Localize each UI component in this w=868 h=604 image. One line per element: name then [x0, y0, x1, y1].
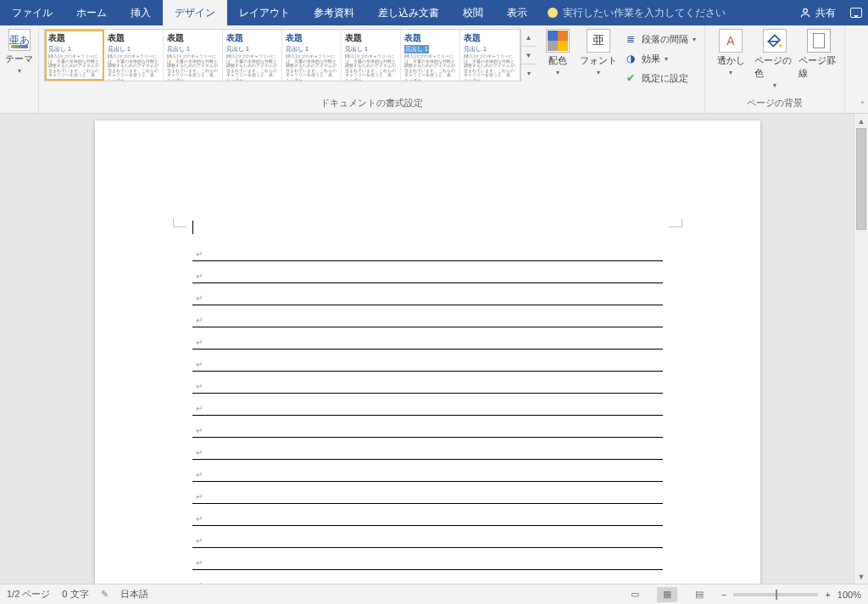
- tab-layout[interactable]: レイアウト: [227, 0, 302, 25]
- ribbon: 亜あ テーマ ▾ 表題 見出し 1 [挿入]タブのギャラリーには、文書の全体的な…: [0, 25, 868, 114]
- underline-row[interactable]: ↵: [192, 416, 663, 438]
- document-workspace: ↵↵↵↵↵↵↵↵↵↵↵↵↵↵↵↵ ▲ ▼: [0, 114, 868, 584]
- underline-row[interactable]: ↵: [192, 239, 663, 261]
- status-language[interactable]: 日本語: [120, 588, 148, 601]
- tab-file[interactable]: ファイル: [0, 0, 64, 25]
- paragraph-mark-icon: ↵: [196, 271, 203, 281]
- spacing-icon: ≣: [624, 32, 637, 46]
- tab-view[interactable]: 表示: [495, 0, 539, 25]
- tell-me-placeholder: 実行したい作業を入力してください: [563, 6, 726, 20]
- paragraph-mark-icon: ↵: [196, 580, 203, 584]
- group-label-document-formatting: ドキュメントの書式設定: [39, 95, 704, 113]
- underline-row[interactable]: ↵: [192, 350, 663, 372]
- underline-row[interactable]: ↵: [192, 394, 663, 416]
- scroll-track[interactable]: [854, 128, 868, 569]
- style-set-thumb[interactable]: 表題 見出し 1 [挿入]タブのギャラリーには、文書の全体的な外観と調整するため…: [164, 30, 223, 81]
- lightbulb-icon: [548, 8, 558, 18]
- style-set-thumb[interactable]: 表題 見出し 1 [挿入]タブのギャラリーには、文書の全体的な外観と調整するため…: [342, 30, 401, 81]
- tab-references[interactable]: 参考資料: [302, 0, 366, 25]
- underline-row[interactable]: ↵: [192, 327, 663, 350]
- zoom-slider[interactable]: [733, 593, 818, 596]
- colors-button[interactable]: 配色 ▾: [539, 29, 576, 76]
- underline-row[interactable]: ↵: [192, 372, 663, 394]
- group-label-page-background: ページの背景: [705, 95, 844, 113]
- style-set-thumb[interactable]: 表題 見出し 1 [挿入]タブのギャラリーには、文書の全体的な外観と調整するため…: [223, 30, 282, 81]
- tab-review[interactable]: 校閲: [451, 0, 495, 25]
- underline-row[interactable]: ↵: [192, 261, 663, 283]
- chevron-down-icon: ▾: [693, 36, 696, 43]
- comments-button[interactable]: [844, 0, 868, 25]
- paragraph-spacing-button[interactable]: ≣ 段落の間隔 ▾: [620, 31, 699, 48]
- formatting-options: ≣ 段落の間隔 ▾ ◑ 効果 ▾ ✔ 既定に設定: [620, 29, 699, 87]
- status-page[interactable]: 1/2 ページ: [7, 588, 50, 601]
- underline-row[interactable]: ↵: [192, 482, 663, 504]
- view-read-mode[interactable]: ▭: [625, 587, 645, 602]
- scroll-down-button[interactable]: ▼: [854, 569, 868, 584]
- ribbon-tabs: ファイル ホーム 挿入 デザイン レイアウト 参考資料 差し込み文書 校閲 表示…: [0, 0, 868, 25]
- paragraph-mark-icon: ↵: [196, 294, 203, 303]
- tab-mailings[interactable]: 差し込み文書: [366, 0, 451, 25]
- fonts-button[interactable]: 亜 フォント ▾: [580, 29, 617, 76]
- tab-home[interactable]: ホーム: [64, 0, 119, 25]
- view-web-layout[interactable]: ▤: [689, 587, 709, 602]
- underline-row[interactable]: ↵: [192, 305, 663, 327]
- underline-row[interactable]: ↵: [192, 438, 663, 460]
- chevron-down-icon: ▾: [597, 69, 600, 76]
- svg-point-0: [804, 8, 808, 13]
- underline-row[interactable]: ↵: [192, 526, 663, 548]
- tab-insert[interactable]: 挿入: [119, 0, 163, 25]
- fonts-icon: 亜: [587, 29, 610, 53]
- gallery-up-button[interactable]: ▲: [521, 29, 536, 47]
- zoom-out-button[interactable]: −: [721, 590, 726, 600]
- style-set-thumb[interactable]: 表題 見出し 1 [挿入]タブのギャラリーには、文書の全体的な外観と調整するため…: [282, 30, 342, 81]
- style-set-thumb[interactable]: 表題 見出し 1 [挿入]タブのギャラリーには、文書の全体的な外観と調整するため…: [104, 30, 164, 81]
- underline-row[interactable]: ↵: [192, 504, 663, 526]
- share-label: 共有: [815, 6, 836, 20]
- tab-design[interactable]: デザイン: [163, 0, 227, 25]
- themes-button[interactable]: 亜あ テーマ ▾: [5, 29, 33, 75]
- share-button[interactable]: 共有: [791, 0, 844, 25]
- watermark-button[interactable]: A 透かし ▾: [710, 29, 751, 76]
- zoom-level[interactable]: 100%: [837, 590, 861, 600]
- paragraph-mark-icon: ↵: [196, 536, 203, 545]
- paragraph-mark-icon: ↵: [196, 514, 203, 523]
- gallery-down-button[interactable]: ▼: [521, 47, 536, 64]
- page-color-label: ページの色: [754, 54, 795, 80]
- effects-button[interactable]: ◑ 効果 ▾: [620, 50, 699, 67]
- view-print-layout[interactable]: ▦: [657, 587, 677, 602]
- gallery-more-button[interactable]: ▾: [521, 64, 536, 81]
- check-icon: ✔: [624, 71, 637, 85]
- underline-row[interactable]: ↵: [192, 460, 663, 482]
- style-set-thumb[interactable]: 表題 見出し 1 [挿入]タブのギャラリーには、文書の全体的な外観と調整するため…: [460, 30, 520, 81]
- style-set-thumb[interactable]: 表題 見出し 1 [挿入]タブのギャラリーには、文書の全体的な外観と調整するため…: [45, 30, 104, 81]
- collapse-ribbon-button[interactable]: ˄: [860, 100, 865, 109]
- group-document-formatting: 表題 見出し 1 [挿入]タブのギャラリーには、文書の全体的な外観と調整するため…: [39, 25, 705, 113]
- group-page-background: A 透かし ▾ ページの色 ▾ ページ罫線 ページの背景: [705, 25, 845, 113]
- lined-area: ↵↵↵↵↵↵↵↵↵↵↵↵↵↵↵↵: [192, 239, 663, 584]
- style-set-gallery[interactable]: 表題 見出し 1 [挿入]タブのギャラリーには、文書の全体的な外観と調整するため…: [44, 29, 520, 81]
- page-color-button[interactable]: ページの色 ▾: [754, 29, 795, 89]
- scroll-thumb[interactable]: [856, 128, 866, 230]
- page-borders-icon: [807, 29, 831, 53]
- proofing-icon[interactable]: ✎: [101, 589, 108, 600]
- paragraph-mark-icon: ↵: [196, 249, 203, 259]
- watermark-icon: A: [719, 29, 743, 53]
- paragraph-mark-icon: ↵: [196, 558, 203, 568]
- paragraph-mark-icon: ↵: [196, 360, 203, 369]
- group-themes: 亜あ テーマ ▾: [0, 25, 39, 113]
- page-borders-button[interactable]: ページ罫線: [798, 29, 839, 80]
- document-page[interactable]: ↵↵↵↵↵↵↵↵↵↵↵↵↵↵↵↵: [95, 120, 760, 584]
- underline-row[interactable]: ↵: [192, 570, 663, 584]
- chevron-down-icon: ▾: [773, 81, 776, 89]
- underline-row[interactable]: ↵: [192, 283, 663, 305]
- style-set-thumb[interactable]: 表題 見出し 1 [挿入]タブのギャラリーには、文書の全体的な外観と調整するため…: [401, 30, 460, 81]
- tell-me-search[interactable]: 実行したい作業を入力してください: [539, 0, 734, 25]
- underline-row[interactable]: ↵: [192, 548, 663, 570]
- set-default-button[interactable]: ✔ 既定に設定: [620, 70, 699, 87]
- zoom-slider-thumb[interactable]: [776, 590, 777, 600]
- vertical-scrollbar[interactable]: ▲ ▼: [854, 114, 868, 584]
- scroll-up-button[interactable]: ▲: [854, 114, 868, 128]
- zoom-in-button[interactable]: +: [825, 590, 830, 600]
- status-word-count[interactable]: 0 文字: [62, 588, 88, 601]
- effects-icon: ◑: [624, 52, 637, 65]
